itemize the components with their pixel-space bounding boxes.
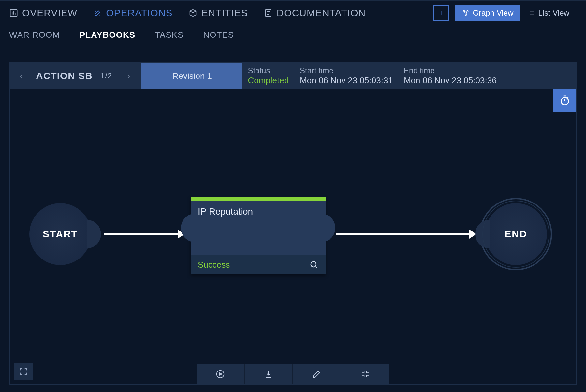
primary-nav-left: OVERVIEW OPERATIONS ENTITIES DOCUMENTATI… bbox=[9, 7, 433, 19]
task-body: IP Reputation bbox=[191, 201, 326, 255]
svg-point-7 bbox=[217, 371, 224, 378]
start-node[interactable]: START bbox=[29, 203, 91, 265]
status-value: Completed bbox=[248, 76, 289, 86]
nav-documentation[interactable]: DOCUMENTATION bbox=[264, 7, 366, 19]
playbook-title-block: ACTION SB 1/2 bbox=[33, 63, 115, 89]
nav-entities-label: ENTITIES bbox=[201, 7, 248, 19]
status-label: Status bbox=[248, 66, 289, 76]
edge-start-to-task bbox=[104, 233, 184, 235]
task-status: Success bbox=[198, 260, 230, 270]
end-time-label: End time bbox=[404, 66, 497, 76]
play-button[interactable] bbox=[197, 364, 245, 384]
document-icon bbox=[264, 8, 273, 18]
revision-selector[interactable]: Revision 1 bbox=[141, 63, 242, 89]
start-time-label: Start time bbox=[300, 66, 393, 76]
list-icon bbox=[528, 9, 535, 17]
tab-playbooks[interactable]: PLAYBOOKS bbox=[80, 30, 135, 40]
start-node-port bbox=[87, 220, 101, 248]
playbook-panel: ‹ ACTION SB 1/2 › Revision 1 Status Comp… bbox=[9, 62, 577, 385]
search-icon[interactable] bbox=[309, 260, 318, 269]
graph-toolbar bbox=[197, 364, 389, 384]
graph-view-button[interactable]: Graph View bbox=[455, 5, 520, 21]
chevron-right-icon: › bbox=[127, 70, 130, 81]
end-time-value: Mon 06 Nov 23 05:03:36 bbox=[404, 76, 497, 86]
svg-point-4 bbox=[465, 14, 466, 15]
end-node-port bbox=[475, 220, 490, 248]
fullscreen-button[interactable] bbox=[14, 363, 33, 380]
nav-operations[interactable]: OPERATIONS bbox=[93, 7, 172, 19]
task-footer: Success bbox=[191, 255, 326, 274]
download-button[interactable] bbox=[245, 364, 293, 384]
tab-notes[interactable]: NOTES bbox=[203, 30, 234, 40]
add-button[interactable]: + bbox=[433, 5, 449, 21]
prev-playbook-button[interactable]: ‹ bbox=[10, 63, 33, 89]
start-node-label: START bbox=[43, 229, 78, 240]
secondary-nav: WAR ROOM PLAYBOOKS TASKS NOTES bbox=[0, 25, 586, 44]
task-node[interactable]: IP Reputation Success bbox=[191, 197, 326, 274]
start-time-value: Mon 06 Nov 23 05:03:31 bbox=[300, 76, 393, 86]
view-switch: Graph View List View bbox=[455, 5, 577, 21]
primary-nav: OVERVIEW OPERATIONS ENTITIES DOCUMENTATI… bbox=[0, 0, 586, 25]
nav-operations-label: OPERATIONS bbox=[106, 7, 172, 19]
download-icon bbox=[264, 369, 273, 379]
bar-chart-icon bbox=[9, 8, 18, 18]
playbook-header: ‹ ACTION SB 1/2 › Revision 1 Status Comp… bbox=[10, 63, 576, 89]
cube-icon bbox=[188, 8, 198, 18]
playbook-meta: Status Completed Start time Mon 06 Nov 2… bbox=[242, 63, 576, 89]
nav-entities[interactable]: ENTITIES bbox=[188, 7, 248, 19]
next-playbook-button[interactable]: › bbox=[115, 63, 141, 89]
graph-view-label: Graph View bbox=[473, 8, 513, 18]
tools-icon bbox=[93, 8, 102, 18]
task-status-bar bbox=[191, 197, 326, 201]
edge-task-to-end bbox=[336, 233, 476, 235]
collapse-button[interactable] bbox=[341, 364, 389, 384]
tab-tasks[interactable]: TASKS bbox=[155, 30, 183, 40]
nav-documentation-label: DOCUMENTATION bbox=[277, 7, 366, 19]
nav-overview-label: OVERVIEW bbox=[22, 7, 77, 19]
edit-button[interactable] bbox=[293, 364, 341, 384]
task-port-out bbox=[321, 214, 335, 242]
end-time-column: End time Mon 06 Nov 23 05:03:36 bbox=[404, 66, 497, 86]
playbook-title: ACTION SB bbox=[36, 70, 93, 81]
graph-canvas[interactable]: START IP Reputation Success END bbox=[10, 89, 576, 384]
revision-label: Revision 1 bbox=[172, 71, 212, 81]
svg-point-6 bbox=[311, 262, 316, 267]
end-node[interactable]: END bbox=[485, 203, 547, 265]
tab-war-room[interactable]: WAR ROOM bbox=[9, 30, 60, 40]
status-column: Status Completed bbox=[248, 66, 289, 86]
play-circle-icon bbox=[215, 369, 225, 379]
plus-icon: + bbox=[438, 8, 444, 18]
start-time-column: Start time Mon 06 Nov 23 05:03:31 bbox=[300, 66, 393, 86]
end-node-label: END bbox=[505, 229, 527, 240]
pencil-icon bbox=[312, 369, 322, 379]
graph-icon bbox=[462, 9, 469, 17]
list-view-label: List View bbox=[538, 8, 569, 18]
chevron-left-icon: ‹ bbox=[20, 70, 23, 81]
primary-nav-right: + Graph View List View bbox=[433, 5, 577, 21]
nav-overview[interactable]: OVERVIEW bbox=[9, 7, 77, 19]
collapse-icon bbox=[360, 369, 370, 379]
playbook-index: 1/2 bbox=[100, 71, 112, 80]
task-title: IP Reputation bbox=[198, 206, 253, 217]
list-view-button[interactable]: List View bbox=[520, 5, 577, 21]
fullscreen-icon bbox=[19, 367, 28, 376]
